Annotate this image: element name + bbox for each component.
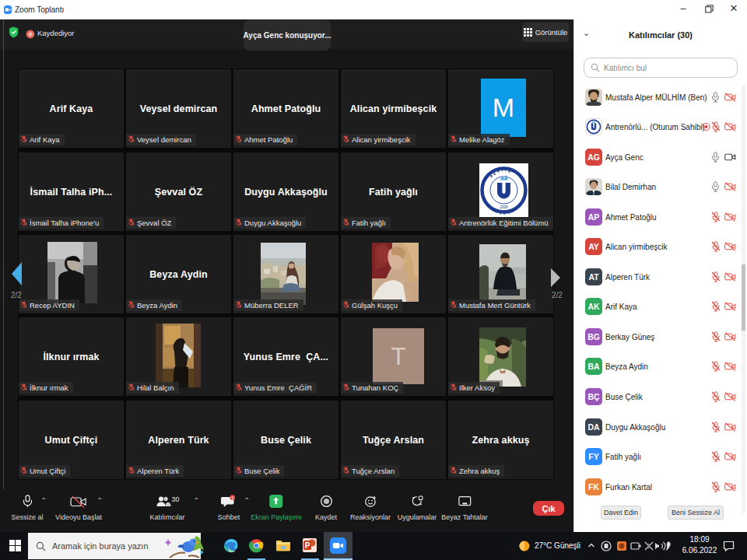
svg-text:T: T <box>517 205 519 208</box>
svg-text:I: I <box>505 169 506 173</box>
svg-text:E: E <box>503 212 506 215</box>
svg-text:N: N <box>493 208 495 212</box>
svg-text:İ: İ <box>496 210 497 214</box>
svg-text:Ü: Ü <box>489 205 491 209</box>
svg-text:R: R <box>507 211 510 215</box>
svg-text:İ: İ <box>514 207 515 211</box>
svg-text:S: S <box>511 209 514 213</box>
svg-text:N: N <box>508 170 510 173</box>
svg-text:V: V <box>500 212 502 215</box>
svg-text:B: B <box>490 174 493 178</box>
svg-text:A: A <box>493 172 496 176</box>
svg-text:1: 1 <box>231 495 233 500</box>
svg-text:30: 30 <box>171 495 179 503</box>
svg-text:2008: 2008 <box>500 205 508 209</box>
svg-text:R: R <box>497 170 500 173</box>
svg-text:P: P <box>305 541 310 550</box>
svg-text:T: T <box>501 169 503 173</box>
